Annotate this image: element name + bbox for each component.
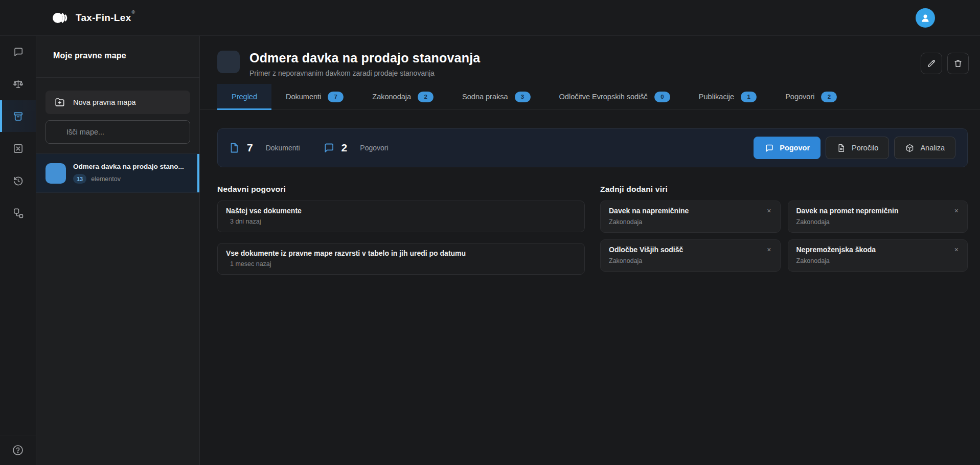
folder-cover-placeholder	[217, 51, 240, 73]
source-card[interactable]: Davek na napremičnine × Zakonodaja	[600, 201, 781, 233]
tab-pogovori[interactable]: Pogovori 2	[771, 84, 851, 109]
source-card[interactable]: Nepremoženjska škoda × Zakonodaja	[788, 239, 968, 272]
rail-item-calculator[interactable]	[0, 137, 36, 160]
source-title: Nepremoženjska škoda	[796, 246, 953, 254]
tab-bar: Pregled Dokumenti 7 Zakonodaja 2 S	[200, 84, 980, 110]
brand-name: Tax-Fin-Lex®	[76, 12, 135, 24]
sources-grid: Davek na napremičnine × Zakonodaja Davek…	[600, 201, 968, 272]
tab-count-badge: 7	[328, 92, 344, 102]
overview-content: 7 Dokumenti 2 Pogovori	[200, 110, 980, 285]
folder-plus-icon	[54, 97, 65, 108]
stats-bar: 7 Dokumenti 2 Pogovori	[217, 128, 968, 167]
close-icon[interactable]: ×	[765, 207, 772, 215]
source-title: Davek na napremičnine	[609, 207, 765, 215]
source-category: Zakonodaja	[609, 218, 773, 226]
rail-item-folders[interactable]	[0, 100, 36, 132]
folder-count-badge: 13	[73, 174, 86, 184]
source-category: Zakonodaja	[796, 257, 961, 264]
history-icon	[12, 175, 24, 187]
close-icon[interactable]: ×	[953, 246, 960, 254]
conversation-time: 1 mesec nazaj	[226, 260, 576, 268]
page-header: Odmera davka na prodajo stanovanja Prime…	[200, 36, 980, 77]
help-icon	[12, 444, 24, 456]
conversation-text: Vse dokumente iz pravne mape razvrsti v …	[226, 249, 576, 257]
tab-label: Dokumenti	[286, 93, 321, 101]
conversations-label: Pogovori	[360, 144, 388, 152]
conversation-card[interactable]: Naštej vse dokumente 3 dni nazaj	[217, 201, 585, 232]
folder-item[interactable]: Odmera davka na prodajo stano... 13 elem…	[36, 153, 199, 193]
analysis-button-label: Analiza	[920, 144, 945, 152]
rail-item-workflows[interactable]	[0, 201, 36, 225]
delete-folder-button[interactable]	[947, 53, 969, 74]
archive-box-icon	[12, 110, 24, 122]
page-actions	[921, 53, 969, 74]
folder-avatar	[45, 163, 66, 184]
conversation-text: Naštej vse dokumente	[226, 207, 576, 215]
brand-logo-icon	[51, 9, 69, 27]
recent-sources-title: Zadnji dodani viri	[600, 185, 968, 194]
new-folder-button[interactable]: Nova pravna mapa	[45, 91, 190, 114]
source-card[interactable]: Odločbe Višjih sodišč × Zakonodaja	[600, 239, 781, 272]
chat-bubble-icon	[764, 143, 774, 153]
close-icon[interactable]: ×	[765, 246, 772, 254]
tab-count-badge: 2	[418, 92, 434, 102]
chat-bubble-icon	[323, 142, 335, 154]
tab-sodna-praksa[interactable]: Sodna praksa 3	[448, 84, 544, 109]
tab-publikacije[interactable]: Publikacije 1	[685, 84, 771, 109]
main-panel: Odmera davka na prodajo stanovanja Prime…	[200, 36, 980, 465]
tab-odlocitve-evropskih-sodisc[interactable]: Odločitve Evropskih sodišč 0	[545, 84, 685, 109]
tab-label: Publikacije	[699, 93, 734, 101]
source-title: Odločbe Višjih sodišč	[609, 246, 765, 254]
sidebar-header: Moje pravne mape	[36, 36, 199, 78]
new-folder-label: Nova pravna mapa	[73, 98, 136, 106]
source-card[interactable]: Davek na promet nepremičnin × Zakonodaja	[788, 201, 968, 233]
chat-button-label: Pogovor	[780, 144, 810, 152]
sidebar: Moje pravne mape Nova pravna mapa	[36, 36, 200, 465]
folder-list: Odmera davka na prodajo stano... 13 elem…	[36, 153, 199, 193]
icon-rail	[0, 36, 36, 465]
cube-icon	[905, 143, 915, 153]
documents-label: Dokumenti	[266, 144, 300, 152]
source-title: Davek na promet nepremičnin	[796, 207, 953, 215]
x-box-icon	[12, 143, 24, 154]
report-button[interactable]: Poročilo	[826, 137, 889, 159]
report-icon	[836, 143, 846, 153]
brand-logo: Tax-Fin-Lex®	[51, 9, 135, 27]
person-icon	[920, 12, 931, 24]
search-folders-input[interactable]	[45, 120, 190, 144]
tab-count-badge: 0	[654, 92, 670, 102]
tab-dokumenti[interactable]: Dokumenti 7	[271, 84, 358, 109]
documents-count: 7	[247, 142, 253, 154]
report-button-label: Poročilo	[852, 144, 878, 152]
conversations-count: 2	[341, 142, 348, 154]
page-subtitle: Primer z neporavnanim davkom zaradi prod…	[249, 69, 480, 77]
chat-bubble-icon	[12, 46, 24, 58]
analysis-button[interactable]: Analiza	[894, 137, 955, 159]
tab-zakonodaja[interactable]: Zakonodaja 2	[358, 84, 448, 109]
edit-folder-button[interactable]	[921, 53, 942, 74]
conversation-list: Naštej vse dokumente 3 dni nazaj Vse dok…	[217, 201, 585, 275]
help-button[interactable]	[0, 435, 36, 465]
stats-actions: Pogovor Poročilo	[754, 137, 955, 159]
chat-button[interactable]: Pogovor	[754, 137, 821, 159]
trash-icon	[953, 58, 963, 69]
tab-label: Zakonodaja	[372, 93, 411, 101]
user-avatar[interactable]	[916, 8, 935, 28]
close-icon[interactable]: ×	[953, 207, 960, 215]
pencil-icon	[926, 58, 937, 69]
recent-conversations-section: Nedavni pogovori Naštej vse dokumente 3 …	[217, 185, 585, 285]
conversation-card[interactable]: Vse dokumente iz pravne mape razvrsti v …	[217, 243, 585, 275]
recent-sources-section: Zadnji dodani viri Davek na napremičnine…	[600, 185, 968, 285]
source-category: Zakonodaja	[609, 257, 773, 264]
rail-item-chat[interactable]	[0, 40, 36, 63]
tab-count-badge: 1	[741, 92, 757, 102]
tab-label: Sodna praksa	[462, 93, 508, 101]
rail-item-history[interactable]	[0, 169, 36, 192]
stat-documents: 7 Dokumenti	[228, 142, 300, 154]
folder-count-label: elementov	[91, 175, 121, 183]
tab-label: Pogovori	[785, 93, 814, 101]
tab-pregled[interactable]: Pregled	[217, 84, 271, 109]
topbar: Tax-Fin-Lex®	[0, 0, 980, 36]
stat-conversations: 2 Pogovori	[323, 142, 389, 154]
rail-item-scales[interactable]	[0, 72, 36, 96]
